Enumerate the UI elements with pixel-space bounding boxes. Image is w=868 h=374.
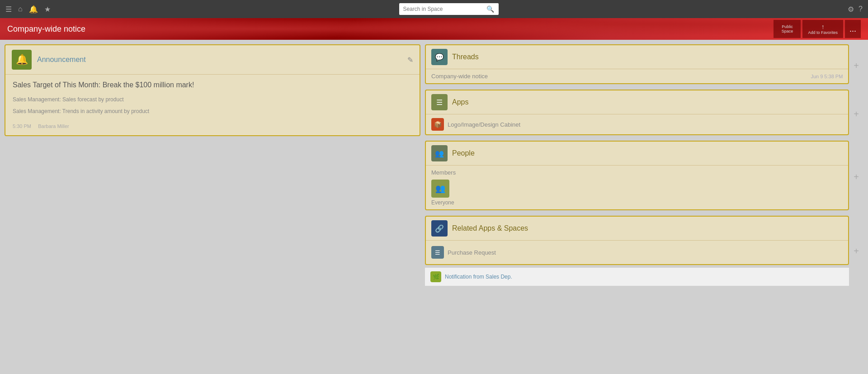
people-card-header: 👥 People <box>426 142 848 166</box>
announcement-icon: 🔔 <box>12 50 32 70</box>
notification-text: Notification from Sales Dep. <box>445 274 512 280</box>
people-card: 👥 People Members 👥 Everyone <box>425 141 849 213</box>
announcement-sub2: Sales Management: Trends in activity amo… <box>13 108 412 114</box>
threads-section: 💬 Threads Company-wide notice Jun 9 5:38… <box>425 44 863 87</box>
more-button[interactable]: ... <box>845 20 861 38</box>
notification-row[interactable]: 🌿 Notification from Sales Dep. <box>425 268 849 286</box>
home-icon[interactable]: ⌂ <box>18 5 23 13</box>
left-panel: 🔔 Announcement ✎ Sales Target of This Mo… <box>0 40 425 374</box>
threads-card-body: Company-wide notice Jun 9 5:38 PM <box>426 69 848 83</box>
related-apps-card-header: 🔗 Related Apps & Spaces <box>426 217 848 241</box>
threads-add-button[interactable]: + <box>849 57 863 74</box>
announcement-sub1: Sales Management: Sales forecast by prod… <box>13 96 412 103</box>
people-icon: 👥 <box>431 145 448 161</box>
nav-left: ☰ ⌂ 🔔 ★ <box>5 5 51 14</box>
bell-icon[interactable]: 🔔 <box>29 5 38 14</box>
thread-name: Company-wide notice <box>431 73 488 80</box>
favorites-icon: ↑ <box>808 23 838 30</box>
main-content: 🔔 Announcement ✎ Sales Target of This Mo… <box>0 40 868 374</box>
threads-card: 💬 Threads Company-wide notice Jun 9 5:38… <box>425 44 849 87</box>
threads-card-header: 💬 Threads <box>426 45 848 69</box>
notification-icon: 🌿 <box>430 271 441 282</box>
apps-right-card: ☰ Apps 📦 Logo/Image/Design Cabinet <box>425 90 849 135</box>
announcement-title: Announcement <box>37 56 86 64</box>
app-item-icon: 📦 <box>431 118 444 131</box>
announcement-card: 🔔 Announcement ✎ Sales Target of This Mo… <box>5 44 420 136</box>
nav-right-icons: ⚙ ? <box>848 5 863 14</box>
people-section: 👥 People Members 👥 Everyone + <box>425 141 863 213</box>
announcement-footer: 5:30 PM Barbara Miller <box>13 123 412 129</box>
notification-link[interactable]: Sales Dep. <box>486 274 512 280</box>
menu-icon[interactable]: ☰ <box>5 5 12 14</box>
page-title: Company-wide notice <box>7 24 85 34</box>
threads-icon: 💬 <box>431 49 448 65</box>
header-banner: Company-wide notice Public Space ↑ Add t… <box>0 18 868 40</box>
people-card-body: Members 👥 Everyone <box>426 166 848 209</box>
search-icon: 🔍 <box>486 5 494 13</box>
apps-title: Apps <box>452 98 468 106</box>
edit-icon[interactable]: ✎ <box>407 56 413 64</box>
thread-time: Jun 9 5:38 PM <box>811 74 843 79</box>
related-apps-section: 🔗 Related Apps & Spaces ☰ Purchase Reque… <box>425 216 863 286</box>
public-space-button[interactable]: Public Space <box>774 20 801 38</box>
app-item[interactable]: 📦 Logo/Image/Design Cabinet <box>431 118 843 131</box>
related-apps-card: 🔗 Related Apps & Spaces ☰ Purchase Reque… <box>425 216 849 286</box>
members-label: Members <box>431 169 843 176</box>
threads-title: Threads <box>452 53 479 61</box>
right-panel: 💬 Threads Company-wide notice Jun 9 5:38… <box>425 40 868 374</box>
app-item-name: Logo/Image/Design Cabinet <box>448 121 520 128</box>
everyone-item[interactable]: 👥 Everyone <box>431 180 843 206</box>
related-apps-card-body: ☰ Purchase Request <box>426 241 848 264</box>
related-item-icon: ☰ <box>431 246 444 259</box>
top-nav: ☰ ⌂ 🔔 ★ 🔍 ⚙ ? <box>0 0 868 18</box>
announcement-header-left: 🔔 Announcement <box>12 50 86 70</box>
add-to-favorites-button[interactable]: ↑ Add to Favorites <box>802 20 843 38</box>
apps-add-button[interactable]: + <box>849 106 863 122</box>
announcement-author: Barbara Miller <box>38 123 69 129</box>
related-apps-right-card: 🔗 Related Apps & Spaces ☰ Purchase Reque… <box>425 216 849 265</box>
threads-right-card: 💬 Threads Company-wide notice Jun 9 5:38… <box>425 44 849 84</box>
related-apps-title: Related Apps & Spaces <box>452 224 528 232</box>
people-right-card: 👥 People Members 👥 Everyone <box>425 141 849 210</box>
people-add-button[interactable]: + <box>849 169 863 185</box>
related-item[interactable]: ☰ Purchase Request <box>431 244 843 260</box>
search-bar: 🔍 <box>399 3 499 15</box>
related-apps-icon: 🔗 <box>431 220 448 237</box>
people-title: People <box>452 149 475 157</box>
apps-card: ☰ Apps 📦 Logo/Image/Design Cabinet <box>425 90 849 138</box>
announcement-main-text: Sales Target of This Month: Break the $1… <box>13 81 412 89</box>
header-actions: Public Space ↑ Add to Favorites ... <box>774 20 861 38</box>
everyone-icon: 👥 <box>431 180 449 198</box>
apps-card-header: ☰ Apps <box>426 90 848 114</box>
announcement-time: 5:30 PM <box>13 123 31 129</box>
gear-icon[interactable]: ⚙ <box>848 5 854 14</box>
thread-item[interactable]: Company-wide notice Jun 9 5:38 PM <box>431 73 843 80</box>
everyone-label: Everyone <box>431 199 454 206</box>
apps-icon: ☰ <box>431 94 448 110</box>
related-apps-add-button[interactable]: + <box>849 243 863 259</box>
announcement-body: Sales Target of This Month: Break the $1… <box>5 75 420 135</box>
search-input[interactable] <box>403 6 486 12</box>
related-item-name: Purchase Request <box>448 249 496 256</box>
help-icon[interactable]: ? <box>859 5 863 13</box>
announcement-header: 🔔 Announcement ✎ <box>5 45 420 75</box>
star-icon[interactable]: ★ <box>44 5 51 14</box>
apps-card-body: 📦 Logo/Image/Design Cabinet <box>426 114 848 134</box>
apps-section: ☰ Apps 📦 Logo/Image/Design Cabinet + <box>425 90 863 138</box>
